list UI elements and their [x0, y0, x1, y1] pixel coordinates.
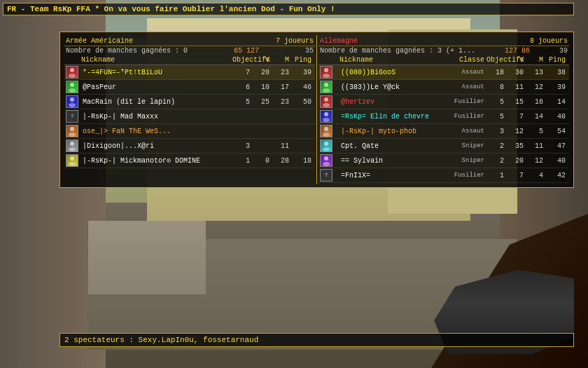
svg-point-20 [324, 127, 328, 131]
player-m: 28 [272, 157, 291, 165]
right-col-m: M [526, 56, 545, 64]
table-row: ((080))BiGooS Assaut 18 30 13 38 [318, 65, 569, 80]
svg-point-0 [70, 68, 74, 72]
table-row: ((383))Le Y@ck Assaut 8 11 12 39 [318, 80, 569, 95]
player-name: =RsKp= Elin de chevre [340, 113, 444, 121]
table-row: *-=4FUN=-*Pt!tBiLoU 7 20 23 39 [64, 65, 315, 80]
table-row: ose_|> FaN ThE WeS... [64, 124, 315, 139]
player-ping: 39 [545, 83, 568, 91]
player-name: |-RsKp-| Mad Maxxx [81, 113, 232, 121]
player-name: ((383))Le Y@ck [340, 83, 444, 91]
svg-point-12 [324, 68, 328, 72]
right-panel: Allemagne 8 joueurs Nombre de manches ga… [317, 35, 570, 184]
player-obj: 5 [232, 98, 252, 106]
player-ping: 40 [545, 113, 568, 121]
player-v: 0 [252, 157, 272, 165]
player-v: 25 [252, 98, 272, 106]
player-ping: 39 [291, 69, 314, 76]
svg-point-4 [70, 97, 74, 102]
left-col-ping: Ping [291, 56, 314, 64]
player-m: 23 [272, 98, 291, 106]
svg-point-3 [69, 88, 76, 93]
svg-point-19 [323, 118, 330, 122]
player-v: 10 [252, 83, 272, 91]
svg-point-8 [70, 142, 74, 146]
svg-point-15 [323, 88, 330, 93]
player-v: 7 [506, 172, 526, 179]
player-name: MacRain (dit le lapin) [81, 98, 232, 106]
player-name: == Sylvain [340, 157, 444, 165]
player-obj: 1 [486, 172, 506, 179]
player-class: Assaut [444, 83, 486, 90]
right-col-ping: Ping [545, 56, 568, 64]
player-ping: 47 [545, 142, 568, 150]
avatar [66, 95, 78, 108]
player-ping: 42 [545, 172, 568, 179]
svg-point-17 [323, 103, 330, 107]
player-v: 7 [506, 113, 526, 121]
left-col-nickname: Nickname [81, 56, 232, 64]
avatar [320, 154, 332, 167]
avatar [66, 66, 78, 79]
svg-point-25 [323, 162, 330, 166]
player-obj: 3 [232, 142, 252, 150]
player-class: Assaut [444, 128, 486, 135]
right-players-list: ((080))BiGooS Assaut 18 30 13 38 ((383))… [318, 65, 569, 183]
player-class: Fusilier [444, 113, 486, 120]
table-row: |-RsKp-| Mickmanotor⊙ DOMINE 1 0 28 18 [64, 154, 315, 168]
player-m: 17 [272, 83, 291, 91]
player-class: Sniper [444, 157, 486, 164]
right-ping-avg: 39 [559, 47, 568, 55]
player-obj: 18 [486, 69, 506, 76]
player-obj: 6 [232, 83, 252, 91]
svg-point-22 [324, 142, 328, 146]
player-v: 12 [506, 128, 526, 135]
top-info: FR - Team RsKp FFA * On va vous faire Ou… [3, 3, 574, 15]
player-obj: 1 [232, 157, 252, 165]
svg-point-24 [324, 156, 328, 161]
avatar [66, 81, 78, 93]
right-col-nickname: Nickname [340, 56, 444, 64]
player-v: 11 [506, 83, 526, 91]
svg-point-10 [70, 156, 74, 161]
player-name: |-RsKp-| myto-phob [340, 128, 444, 135]
left-ping-avg: 35 [305, 47, 314, 55]
table-row: ? |-RsKp-| Mad Maxxx [64, 109, 315, 124]
right-col-class: Classe [444, 56, 486, 64]
avatar [320, 110, 332, 123]
svg-point-5 [69, 103, 76, 107]
player-class: Assaut [444, 69, 486, 76]
table-row: Cpt. Qate Sniper 2 35 11 47 [318, 139, 569, 154]
svg-point-11 [69, 162, 76, 166]
svg-point-14 [324, 83, 328, 87]
svg-point-2 [70, 83, 74, 87]
avatar [320, 139, 332, 152]
right-team-name: Allemagne [320, 37, 358, 45]
player-ping: 46 [291, 83, 314, 91]
avatar [66, 125, 78, 137]
right-col-obj: Objectifs [486, 56, 506, 64]
svg-point-16 [324, 97, 328, 102]
player-ping: 40 [545, 157, 568, 165]
left-score: 65 127 [234, 47, 259, 55]
table-row: == Sylvain Sniper 2 20 12 40 [318, 154, 569, 168]
right-col-v: V [506, 56, 526, 64]
scoreboard: Armée Américaine 7 joueurs Nombre de man… [59, 32, 574, 188]
table-row: MacRain (dit le lapin) 5 25 23 50 [64, 95, 315, 109]
player-obj: 7 [232, 69, 252, 76]
player-v: 30 [506, 69, 526, 76]
player-name: =FnI1X= [340, 172, 444, 179]
player-name: ((080))BiGooS [340, 69, 444, 76]
table-row: ? =FnI1X= Fusilier 1 7 4 42 [318, 168, 569, 183]
avatar [320, 95, 332, 108]
player-obj: 2 [486, 157, 506, 165]
player-m: 13 [526, 69, 545, 76]
table-row: |-RsKp-| myto-phob Assaut 3 12 5 54 [318, 124, 569, 139]
svg-point-23 [323, 147, 330, 151]
avatar: ? [66, 110, 78, 123]
left-player-count: 7 joueurs [276, 37, 314, 45]
right-rounds-label: Nombre de manches gagnées : 3 (+ 1... [320, 47, 475, 55]
player-m: 16 [526, 98, 545, 106]
player-name: Cpt. Qate [340, 142, 444, 150]
player-m: 12 [526, 157, 545, 165]
